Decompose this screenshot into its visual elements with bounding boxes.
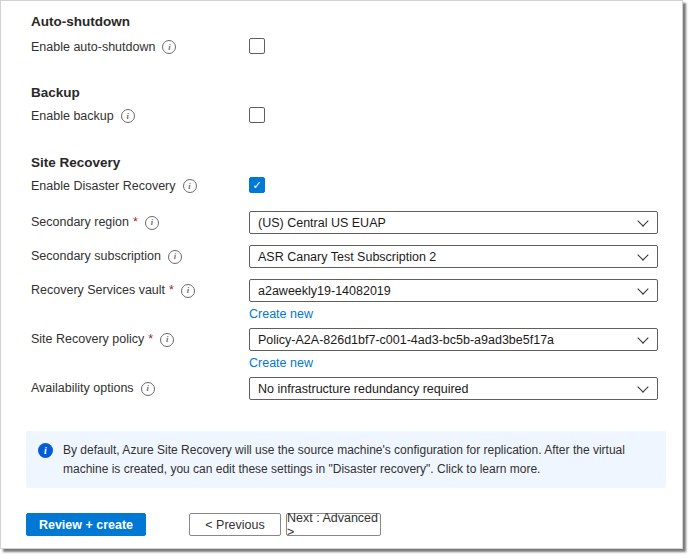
availability-options-dropdown[interactable]: No infrastructure redundancy required xyxy=(249,377,658,400)
enable-auto-shutdown-checkbox[interactable] xyxy=(249,38,265,54)
site-recovery-policy-dropdown[interactable]: Policy-A2A-826d1bf7-c001-4ad3-bc5b-a9ad3… xyxy=(249,328,658,351)
settings-panel: Auto-shutdown Enable auto-shutdown Backu… xyxy=(0,0,683,549)
info-icon[interactable] xyxy=(162,40,176,54)
info-icon[interactable] xyxy=(145,216,159,230)
chevron-down-icon xyxy=(637,215,648,226)
info-icon[interactable] xyxy=(141,382,155,396)
previous-button[interactable]: < Previous xyxy=(189,513,281,536)
recovery-services-vault-dropdown[interactable]: a2aweekly19-14082019 xyxy=(249,279,658,302)
enable-backup-checkbox[interactable] xyxy=(249,107,265,123)
chevron-down-icon xyxy=(637,332,648,343)
row-secondary-subscription: Secondary subscription ASR Canary Test S… xyxy=(31,245,658,268)
next-advanced-button[interactable]: Next : Advanced > xyxy=(286,513,381,536)
enable-auto-shutdown-label-group: Enable auto-shutdown xyxy=(31,38,249,55)
enable-backup-label-group: Enable backup xyxy=(31,107,249,124)
chevron-down-icon xyxy=(637,381,648,392)
info-icon[interactable] xyxy=(160,333,174,347)
info-icon[interactable] xyxy=(168,250,182,264)
row-site-recovery-policy: Site Recovery policy * Policy-A2A-826d1b… xyxy=(31,328,658,371)
row-availability-options: Availability options No infrastructure r… xyxy=(31,377,658,400)
secondary-subscription-label: Secondary subscription xyxy=(31,245,161,268)
site-recovery-policy-label: Site Recovery policy xyxy=(31,328,144,351)
site-recovery-policy-label-group: Site Recovery policy * xyxy=(31,328,249,351)
secondary-subscription-label-group: Secondary subscription xyxy=(31,245,249,268)
enable-disaster-recovery-label: Enable Disaster Recovery xyxy=(31,178,176,194)
enable-backup-label: Enable backup xyxy=(31,108,114,124)
section-heading-site-recovery: Site Recovery xyxy=(31,155,120,170)
secondary-subscription-value: ASR Canary Test Subscription 2 xyxy=(258,250,631,264)
recovery-services-vault-label-group: Recovery Services vault * xyxy=(31,279,249,302)
chevron-down-icon xyxy=(637,249,648,260)
info-icon[interactable] xyxy=(181,284,195,298)
create-new-policy-link[interactable]: Create new xyxy=(249,356,313,370)
chevron-down-icon xyxy=(637,283,648,294)
row-enable-backup: Enable backup xyxy=(31,107,658,124)
site-recovery-policy-value: Policy-A2A-826d1bf7-c001-4ad3-bc5b-a9ad3… xyxy=(258,333,631,347)
secondary-subscription-dropdown[interactable]: ASR Canary Test Subscription 2 xyxy=(249,245,658,268)
enable-disaster-recovery-checkbox[interactable] xyxy=(249,177,265,193)
info-banner-text: By default, Azure Site Recovery will use… xyxy=(63,441,648,478)
enable-disaster-recovery-label-group: Enable Disaster Recovery xyxy=(31,177,249,194)
availability-options-label-group: Availability options xyxy=(31,377,249,400)
enable-auto-shutdown-label: Enable auto-shutdown xyxy=(31,39,155,55)
recovery-services-vault-label: Recovery Services vault xyxy=(31,279,165,302)
info-filled-icon xyxy=(38,443,53,458)
secondary-region-value: (US) Central US EUAP xyxy=(258,216,631,230)
secondary-region-label-group: Secondary region * xyxy=(31,211,249,234)
required-asterisk: * xyxy=(133,211,138,234)
row-enable-disaster-recovery: Enable Disaster Recovery xyxy=(31,177,658,194)
section-heading-backup: Backup xyxy=(31,85,80,100)
secondary-region-dropdown[interactable]: (US) Central US EUAP xyxy=(249,211,658,234)
required-asterisk: * xyxy=(148,328,153,351)
create-new-vault-link[interactable]: Create new xyxy=(249,307,313,321)
info-banner[interactable]: By default, Azure Site Recovery will use… xyxy=(26,431,666,488)
row-secondary-region: Secondary region * (US) Central US EUAP xyxy=(31,211,658,234)
checkmark-icon xyxy=(252,180,261,191)
review-create-button[interactable]: Review + create xyxy=(26,513,146,536)
section-heading-auto-shutdown: Auto-shutdown xyxy=(31,14,130,29)
secondary-region-label: Secondary region xyxy=(31,211,129,234)
recovery-services-vault-value: a2aweekly19-14082019 xyxy=(258,284,631,298)
info-icon[interactable] xyxy=(183,179,197,193)
row-recovery-services-vault: Recovery Services vault * a2aweekly19-14… xyxy=(31,279,658,322)
availability-options-value: No infrastructure redundancy required xyxy=(258,382,631,396)
required-asterisk: * xyxy=(169,279,174,302)
row-enable-auto-shutdown: Enable auto-shutdown xyxy=(31,38,658,55)
availability-options-label: Availability options xyxy=(31,377,134,400)
info-icon[interactable] xyxy=(121,109,135,123)
